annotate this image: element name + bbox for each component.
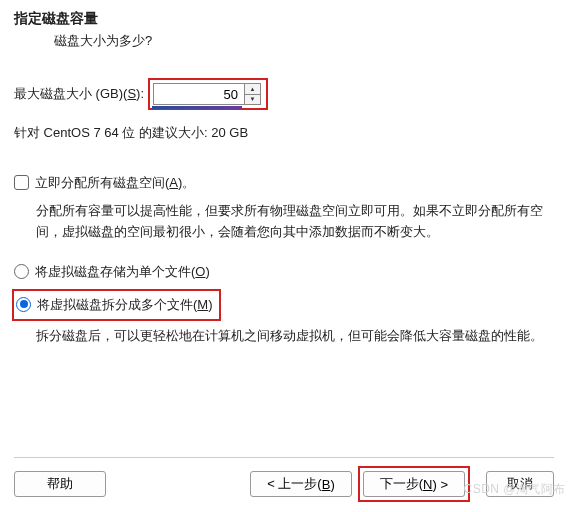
page-subtitle: 磁盘大小为多少?	[54, 32, 554, 50]
max-size-label: 最大磁盘大小 (GB)(S):	[14, 85, 144, 103]
split-files-highlight: 将虚拟磁盘拆分成多个文件(M)	[12, 289, 221, 321]
page-title: 指定磁盘容量	[14, 10, 554, 28]
cancel-button[interactable]: 取消	[486, 471, 554, 497]
allocate-now-desc: 分配所有容量可以提高性能，但要求所有物理磁盘空间立即可用。如果不立即分配所有空间…	[36, 200, 554, 243]
allocate-now-label: 立即分配所有磁盘空间(A)。	[35, 174, 195, 192]
max-size-input[interactable]	[154, 84, 244, 104]
single-file-label: 将虚拟磁盘存储为单个文件(O)	[35, 263, 210, 281]
single-file-radio[interactable]	[14, 264, 29, 279]
split-files-radio[interactable]	[16, 297, 31, 312]
footer-divider	[14, 457, 554, 458]
next-button[interactable]: 下一步(N) >	[363, 471, 465, 497]
help-button[interactable]: 帮助	[14, 471, 106, 497]
allocate-now-checkbox[interactable]	[14, 175, 29, 190]
split-files-desc: 拆分磁盘后，可以更轻松地在计算机之间移动虚拟机，但可能会降低大容量磁盘的性能。	[36, 325, 554, 346]
max-size-spinner[interactable]: ▲ ▼	[153, 83, 261, 105]
spinner-down-icon[interactable]: ▼	[245, 95, 260, 105]
split-files-label: 将虚拟磁盘拆分成多个文件(M)	[37, 296, 213, 314]
max-size-highlight: ▲ ▼	[148, 78, 268, 110]
next-button-highlight: 下一步(N) >	[358, 466, 470, 502]
back-button[interactable]: < 上一步(B)	[250, 471, 352, 497]
recommended-size-text: 针对 CentOS 7 64 位 的建议大小: 20 GB	[14, 124, 554, 142]
spinner-up-icon[interactable]: ▲	[245, 84, 260, 95]
